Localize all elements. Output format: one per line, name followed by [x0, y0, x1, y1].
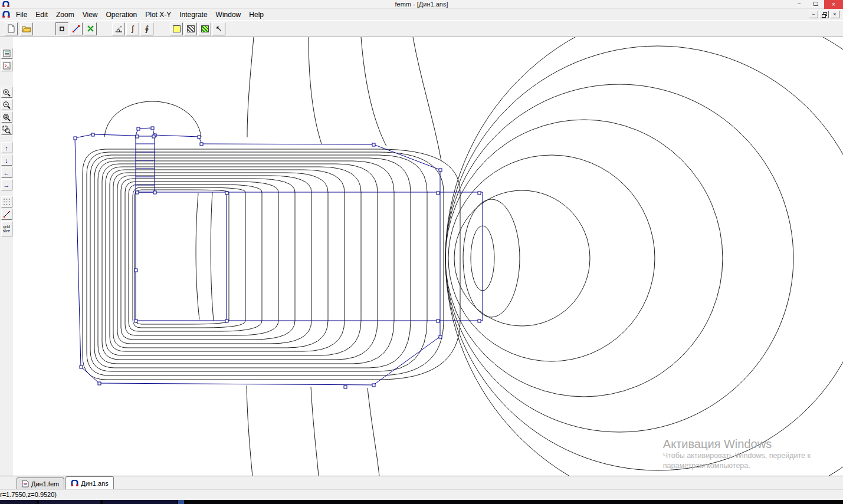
- output-list-icon: [3, 50, 11, 57]
- window-maximize-button[interactable]: [808, 0, 824, 9]
- grid-size-button[interactable]: grid size: [1, 221, 12, 236]
- zoom-out-button[interactable]: [1, 99, 12, 110]
- window-close-button[interactable]: ×: [824, 0, 843, 9]
- window-minimize-button[interactable]: −: [791, 0, 808, 9]
- mdi-minimize-button[interactable]: −: [809, 11, 818, 18]
- taskbar-app[interactable]: [178, 500, 184, 504]
- watermark-line2: параметрам компьютера.: [663, 461, 811, 471]
- density-plot-color-button[interactable]: [198, 22, 211, 35]
- pan-down-button[interactable]: ↓: [1, 154, 12, 166]
- fem-document-icon: [22, 480, 29, 487]
- angle-measure-button[interactable]: [112, 22, 125, 35]
- document-tab-bar: Дин1.fem Дин1.ans: [0, 476, 843, 489]
- contour-mode-button[interactable]: [70, 22, 83, 35]
- flux-contours: [83, 37, 843, 476]
- taskbar-app[interactable]: [39, 500, 100, 504]
- color-density-icon: [201, 25, 209, 32]
- watermark-line1: Чтобы активировать Windows, перейдите к: [663, 451, 811, 461]
- bw-density-icon: [187, 25, 195, 32]
- zoom-window-button[interactable]: [1, 124, 12, 135]
- mdi-restore-button[interactable]: [819, 11, 829, 18]
- snap-icon: [3, 210, 11, 218]
- pan-right-button[interactable]: →: [1, 179, 12, 190]
- results-window-button[interactable]: [1, 48, 12, 59]
- taskbar[interactable]: [0, 500, 843, 504]
- density-legend-button[interactable]: [170, 22, 183, 35]
- menu-window[interactable]: Window: [212, 9, 245, 20]
- zoom-natural-button[interactable]: [1, 111, 12, 123]
- field-contour-plot: [13, 37, 843, 476]
- tab-label: Дин1.fem: [31, 480, 59, 487]
- zoom-page-icon: [2, 113, 11, 121]
- arc-icon: [114, 25, 123, 32]
- menu-view[interactable]: View: [78, 9, 102, 20]
- snap-grid-button[interactable]: [1, 209, 12, 220]
- document-magnet-icon: [2, 11, 10, 18]
- menu-integrate[interactable]: Integrate: [175, 9, 211, 20]
- tab-din1-fem[interactable]: Дин1.fem: [17, 477, 64, 489]
- solution-canvas[interactable]: Активация Windows Чтобы активировать Win…: [13, 37, 843, 476]
- yellow-legend-icon: [173, 25, 181, 32]
- menu-file[interactable]: File: [12, 9, 31, 20]
- ans-magnet-icon: [71, 480, 78, 487]
- main-toolbar: ∫ ∮ ↖: [0, 20, 843, 37]
- new-file-icon: [7, 24, 15, 33]
- zoom-window-icon: [2, 126, 11, 134]
- tab-label: Дин1.ans: [81, 480, 109, 487]
- zoom-out-icon: [2, 101, 11, 109]
- zoom-in-button[interactable]: [1, 87, 12, 98]
- taskbar-app[interactable]: [0, 500, 37, 504]
- menu-operation[interactable]: Operation: [102, 9, 142, 20]
- mesh-icon: [87, 25, 94, 32]
- window-title: femm - [Дин1.ans]: [0, 1, 843, 8]
- menu-edit[interactable]: Edit: [31, 9, 52, 20]
- pan-left-button[interactable]: ←: [1, 167, 12, 178]
- tab-din1-ans[interactable]: Дин1.ans: [65, 476, 114, 489]
- grid-dots-icon: [3, 198, 11, 206]
- menu-zoom[interactable]: Zoom: [52, 9, 78, 20]
- status-bar: r=1.7550,z=0.9520): [0, 489, 843, 500]
- vector-plot-button[interactable]: ↖: [212, 22, 225, 35]
- block-integral-button[interactable]: ∮: [140, 22, 153, 35]
- maximize-icon: [814, 2, 818, 6]
- menu-bar: File Edit Zoom View Operation Plot X-Y I…: [0, 9, 843, 20]
- open-folder-icon: [22, 25, 31, 32]
- pan-up-button[interactable]: ↑: [1, 142, 12, 153]
- density-plot-bw-button[interactable]: [184, 22, 197, 35]
- new-file-button[interactable]: [5, 22, 18, 35]
- cursor-coordinates: r=1.7550,z=0.9520): [0, 491, 57, 498]
- open-file-button[interactable]: [20, 22, 33, 35]
- menu-help[interactable]: Help: [245, 9, 268, 20]
- windows-activation-watermark: Активация Windows Чтобы активировать Win…: [663, 437, 811, 471]
- side-toolbar: ↑ ↓ ← → grid size: [0, 37, 13, 476]
- title-bar: femm - [Дин1.ans] − ×: [0, 0, 843, 9]
- mdi-close-button[interactable]: ×: [830, 11, 839, 18]
- mesh-toggle-button[interactable]: [84, 22, 97, 35]
- zoom-in-icon: [2, 88, 11, 97]
- point-values-button[interactable]: [55, 22, 68, 35]
- watermark-title: Активация Windows: [663, 437, 811, 451]
- line-integral-button[interactable]: ∫: [126, 22, 139, 35]
- console-icon: [3, 62, 11, 70]
- line-icon: [72, 25, 80, 33]
- menu-plot-xy[interactable]: Plot X-Y: [141, 9, 175, 20]
- point-icon: [59, 26, 65, 32]
- show-grid-button[interactable]: [1, 196, 12, 207]
- taskbar-app[interactable]: [103, 500, 177, 504]
- lua-console-button[interactable]: [1, 60, 12, 71]
